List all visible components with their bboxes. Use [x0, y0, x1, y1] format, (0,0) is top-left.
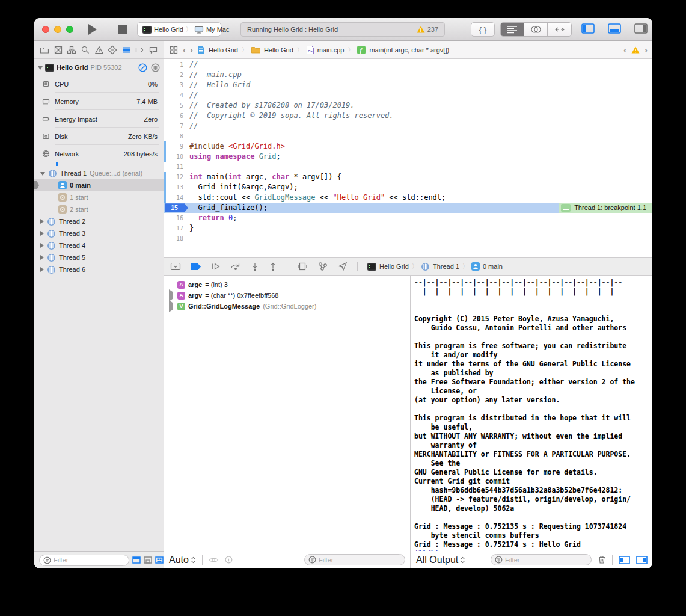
disclosure-triangle-icon[interactable]	[40, 172, 45, 176]
minimize-window-button[interactable]	[54, 26, 61, 33]
console-filter-field[interactable]	[491, 554, 592, 565]
view-hierarchy-button[interactable]	[297, 262, 308, 271]
memory-graph-button[interactable]	[317, 262, 328, 271]
navigator-tab-find-navigator-icon[interactable]	[81, 45, 90, 55]
disclosure-triangle-icon[interactable]	[38, 66, 43, 70]
navigator-tab-test-navigator-icon[interactable]	[108, 45, 117, 55]
code-line[interactable]: 15 Grid_finalize();Thread 1: breakpoint …	[164, 203, 652, 213]
variables-filter-input[interactable]	[319, 556, 401, 564]
trash-icon[interactable]	[598, 555, 606, 564]
code-line[interactable]: 13 Grid_init(&argc,&argv);	[164, 182, 652, 192]
ui-filter-toggle[interactable]	[155, 556, 164, 564]
debug-crumb-label[interactable]: Thread 1	[433, 263, 459, 270]
quicklook-eye-icon[interactable]	[209, 556, 219, 564]
view-process-icon[interactable]	[151, 63, 160, 72]
navigator-tab-breakpoint-navigator-icon[interactable]	[135, 45, 144, 55]
close-window-button[interactable]	[42, 26, 49, 33]
hide-debug-area-button[interactable]	[170, 262, 181, 271]
navigator-tab-project-navigator-icon[interactable]	[40, 45, 49, 55]
navigator-tab-debug-navigator-icon[interactable]	[121, 45, 131, 55]
thread-filter-toggle[interactable]	[132, 556, 141, 564]
code-line[interactable]: 12int main(int argc, char * argv[]) {	[164, 172, 652, 182]
zoom-window-button[interactable]	[66, 26, 73, 33]
code-line[interactable]: 9#include <Grid/Grid.h>	[164, 141, 652, 152]
variables-pane-toggle[interactable]	[619, 556, 630, 564]
stop-button[interactable]	[114, 22, 130, 37]
activity-viewer[interactable]: Running Hello Grid : Hello Grid 237	[240, 22, 445, 37]
variable-row[interactable]: Aargv= (char **) 0x7ffeefbff568	[164, 290, 410, 301]
debug-crumb-label[interactable]: 0 main	[483, 263, 503, 270]
disclosure-triangle-icon[interactable]	[169, 292, 174, 299]
breakpoints-toggle-button[interactable]	[191, 263, 201, 271]
console-pane-toggle[interactable]	[636, 556, 648, 564]
code-line[interactable]: 11	[164, 162, 652, 172]
thread-row[interactable]: Thread 3	[34, 227, 164, 239]
code-line[interactable]: 16 return 0;	[164, 213, 652, 223]
stack-filter-toggle[interactable]	[144, 556, 152, 564]
code-line[interactable]: 14 std::cout << GridLogMessage << "Hello…	[164, 192, 652, 203]
disclosure-triangle-icon[interactable]	[40, 231, 44, 236]
variables-view[interactable]: Aargc= (int) 3Aargv= (char **) 0x7ffeefb…	[164, 276, 411, 551]
stack-frame-row[interactable]: 1 start	[34, 191, 164, 203]
next-issue-button[interactable]: ›	[645, 45, 648, 54]
navigator-tab-source-control-navigator-icon[interactable]	[54, 45, 63, 55]
gauge-row-energy-impact[interactable]: Energy ImpactZero	[34, 110, 164, 128]
breadcrumb-item[interactable]: main.cpp	[317, 46, 345, 54]
thread-row[interactable]: Thread 1Queue:...d (serial)	[34, 167, 164, 179]
library-button[interactable]: { }	[471, 22, 495, 37]
code-line[interactable]: 8	[164, 131, 652, 141]
variables-filter-field[interactable]	[304, 554, 405, 565]
navigator-panel-toggle[interactable]	[581, 23, 595, 34]
code-line[interactable]: 17}	[164, 223, 652, 233]
debug-crumb-label[interactable]: Hello Grid	[379, 263, 409, 270]
step-into-button[interactable]	[251, 262, 259, 271]
disclosure-triangle-icon[interactable]	[40, 267, 44, 272]
disclosure-triangle-icon[interactable]	[40, 219, 44, 224]
run-button[interactable]	[84, 22, 101, 37]
thread-row[interactable]: Thread 5	[34, 251, 164, 263]
gauge-row-disk[interactable]: DiskZero KB/s	[34, 128, 164, 145]
console-output[interactable]: --|--|--|--|--|--|--|--|--|--|--|--|--|-…	[411, 276, 652, 551]
gauge-row-cpu[interactable]: CPU0%	[34, 75, 164, 93]
code-line[interactable]: 5// Created by s1786208 on 17/03/2019.	[164, 100, 652, 111]
breadcrumb-item[interactable]: Hello Grid	[209, 46, 238, 54]
assistant-editor-button[interactable]	[524, 23, 548, 36]
related-items-icon[interactable]	[169, 45, 179, 55]
warning-count-badge[interactable]: 237	[417, 26, 438, 33]
step-out-button[interactable]	[269, 262, 277, 271]
navigator-filter-field[interactable]	[39, 555, 129, 566]
console-filter-input[interactable]	[505, 556, 587, 564]
thread-row[interactable]: Thread 4	[34, 239, 164, 251]
disclosure-triangle-icon[interactable]	[40, 255, 44, 260]
code-line[interactable]: 3// Hello Grid	[164, 80, 652, 90]
source-editor[interactable]: 1//2// main.cpp3// Hello Grid4//5// Crea…	[164, 60, 652, 257]
thread-row[interactable]: Thread 6	[34, 263, 164, 276]
simulate-location-button[interactable]	[338, 262, 348, 271]
scheme-selector[interactable]: Hello Grid 〉 My Mac	[137, 22, 221, 37]
version-editor-button[interactable]	[548, 23, 571, 36]
breadcrumb-item[interactable]: Hello Grid	[264, 46, 293, 54]
breakpoint-badge[interactable]: 15	[165, 203, 188, 213]
breakpoint-annotation[interactable]: Thread 1: breakpoint 1.1	[559, 203, 652, 213]
step-over-button[interactable]	[230, 262, 241, 271]
standard-editor-button[interactable]	[501, 23, 524, 36]
thread-row[interactable]: Thread 2	[34, 215, 164, 227]
variables-scope-popup[interactable]: Auto	[169, 555, 196, 565]
gauge-row-network[interactable]: Network208 bytes/s	[34, 145, 164, 162]
disclosure-triangle-icon[interactable]	[169, 303, 174, 310]
inspector-panel-toggle[interactable]	[634, 23, 648, 34]
navigator-tab-symbol-navigator-icon[interactable]	[67, 45, 76, 55]
previous-issue-button[interactable]: ‹	[623, 45, 626, 54]
console-output-popup[interactable]: All Output	[416, 555, 465, 565]
gauge-row-memory[interactable]: Memory7.4 MB	[34, 93, 164, 110]
code-line[interactable]: 2// main.cpp	[164, 70, 652, 80]
code-line[interactable]: 6// Copyright © 2019 sopa. All rights re…	[164, 111, 652, 121]
disclosure-triangle-icon[interactable]	[40, 243, 44, 248]
code-line[interactable]: 1//	[164, 60, 652, 70]
navigator-tab-report-navigator-icon[interactable]	[149, 45, 158, 55]
navigator-tab-issue-navigator-icon[interactable]	[94, 45, 104, 55]
info-icon[interactable]	[225, 556, 233, 564]
code-line[interactable]: 4//	[164, 90, 652, 100]
breadcrumb-item[interactable]: main(int argc, char * argv[])	[369, 46, 449, 54]
pause-process-icon[interactable]	[138, 63, 147, 72]
